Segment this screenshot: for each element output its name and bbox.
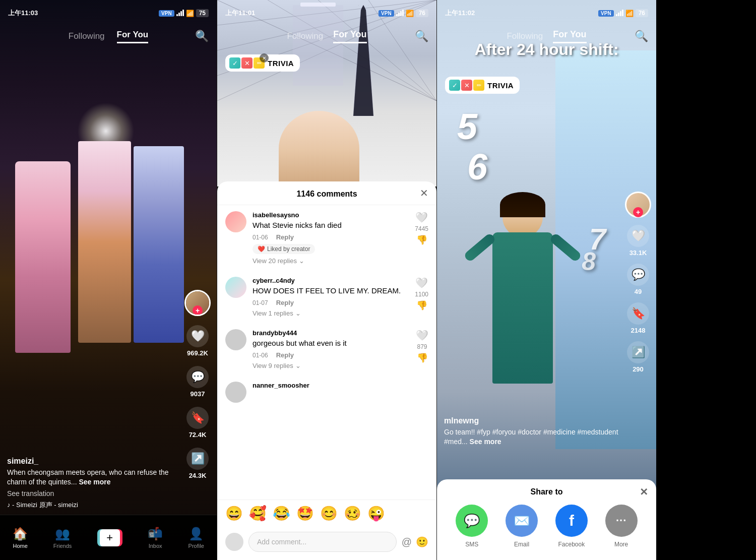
- nav-following-mid[interactable]: Following: [287, 31, 323, 41]
- x-icon-right: ✕: [461, 80, 472, 91]
- music-info-left: ♪ - Simeizi 原声 - simeizi: [7, 501, 181, 510]
- comment-input[interactable]: Add comment...: [248, 532, 397, 552]
- avatar-action[interactable]: +: [184, 290, 211, 316]
- comment-action-right[interactable]: 💬 49: [627, 264, 649, 295]
- figure-2: [78, 141, 131, 343]
- tab-profile[interactable]: 👤 Profile: [188, 527, 204, 549]
- pencil-icon-right: ✏: [473, 80, 484, 91]
- like-heart-3[interactable]: 🤍: [416, 329, 428, 341]
- time-right: 上午11:02: [445, 9, 475, 18]
- nav-foryou-mid[interactable]: For You: [333, 29, 366, 43]
- comment-username-3[interactable]: brandybby444: [253, 329, 406, 337]
- share-facebook[interactable]: f Facebook: [555, 505, 588, 548]
- bookmark-action-left[interactable]: 🔖 72.4K: [186, 407, 209, 439]
- close-trivia-mid[interactable]: ✕: [260, 53, 269, 63]
- emoji-4[interactable]: 🤩: [296, 505, 314, 522]
- reply-btn-1[interactable]: Reply: [276, 233, 294, 241]
- tab-friends[interactable]: 👥 Friends: [53, 527, 72, 549]
- bookmark-action-right[interactable]: 🔖 2148: [627, 302, 649, 334]
- follow-plus-left[interactable]: +: [193, 305, 203, 316]
- chevron-down-icon-2: ⌄: [295, 309, 301, 317]
- view-replies-3[interactable]: View 9 replies ⌄: [253, 362, 406, 369]
- thumb-down-2[interactable]: 👎: [416, 300, 427, 311]
- share-icons-row: 💬 SMS ✉️ Email f Facebook: [437, 505, 656, 548]
- emoji-6[interactable]: 🥴: [344, 505, 361, 522]
- thumb-down-1[interactable]: 👎: [416, 234, 427, 245]
- status-bar-mid: 上午11:01 VPN 📶 76: [217, 0, 436, 22]
- see-more-right[interactable]: See more: [470, 438, 501, 446]
- share-action-right[interactable]: ↗️ 290: [627, 341, 649, 373]
- share-sms[interactable]: 💬 SMS: [456, 505, 488, 548]
- emoji-7[interactable]: 😜: [367, 505, 385, 522]
- tab-add[interactable]: +: [97, 529, 122, 546]
- share-title: Share to: [530, 487, 562, 496]
- reply-btn-2[interactable]: Reply: [276, 299, 294, 306]
- profile-label: Profile: [188, 543, 204, 549]
- comment-icon-right: 💬: [627, 264, 649, 286]
- nav-following-left[interactable]: Following: [69, 31, 105, 41]
- tab-home[interactable]: 🏠 Home: [13, 527, 28, 549]
- close-comments-btn[interactable]: ✕: [420, 187, 428, 199]
- chevron-down-icon-3: ⌄: [295, 362, 301, 369]
- nav-foryou-left[interactable]: For You: [117, 30, 149, 43]
- more-symbol: ···: [616, 514, 626, 527]
- comment-input-row: Add comment... @ 🙂: [217, 527, 436, 560]
- emoji-picker-icon[interactable]: 🙂: [416, 536, 428, 548]
- creator-avatar-right: +: [625, 192, 651, 218]
- sms-symbol: 💬: [464, 513, 480, 529]
- nav-foryou-right[interactable]: For You: [553, 29, 586, 43]
- comment-avatar-3[interactable]: [225, 329, 246, 350]
- at-icon[interactable]: @: [402, 536, 412, 548]
- emoji-2[interactable]: 🥰: [249, 505, 267, 522]
- comment-action-left[interactable]: 💬 9037: [186, 366, 209, 398]
- comment-username-2[interactable]: cyberr..c4ndy: [253, 277, 405, 284]
- comment-meta-2: 01-07 Reply: [253, 299, 405, 306]
- add-button[interactable]: +: [97, 529, 122, 546]
- view-replies-2[interactable]: View 1 replies ⌄: [253, 309, 405, 317]
- see-more-left[interactable]: See more: [79, 478, 110, 486]
- like-heart-1[interactable]: 🤍: [415, 211, 428, 223]
- comment-username-1[interactable]: isabellesaysno: [253, 211, 405, 219]
- tab-inbox[interactable]: 📬 Inbox: [148, 527, 163, 549]
- emoji-5[interactable]: 😊: [320, 505, 338, 522]
- comments-list[interactable]: isabellesaysno What Stevie nicks fan die…: [217, 205, 436, 500]
- emoji-1[interactable]: 😄: [225, 505, 243, 522]
- comment-count-right: 49: [635, 288, 642, 295]
- emoji-bar: 😄 🥰 😂 🤩 😊 🥴 😜: [217, 500, 436, 527]
- search-icon-right[interactable]: 🔍: [635, 30, 648, 43]
- comment-avatar-1[interactable]: [225, 211, 246, 232]
- sms-icon: 💬: [456, 505, 488, 537]
- time-left: 上午11:03: [8, 9, 38, 18]
- see-translation-left[interactable]: See translation: [7, 489, 181, 497]
- comment-avatar-4[interactable]: [225, 382, 246, 403]
- person-face-mid: [279, 111, 359, 186]
- liked-by-creator-text: Liked by creator: [267, 245, 310, 253]
- search-icon-mid[interactable]: 🔍: [415, 30, 428, 43]
- share-action-left[interactable]: ↗️ 24.3K: [186, 448, 209, 479]
- view-replies-1[interactable]: View 20 replies ⌄: [253, 257, 405, 265]
- share-email[interactable]: ✉️ Email: [506, 505, 538, 548]
- thumb-down-3[interactable]: 👎: [417, 352, 428, 363]
- follow-plus-right[interactable]: +: [633, 207, 643, 217]
- heart-creator-icon: ❤️: [258, 245, 265, 253]
- email-label: Email: [514, 541, 529, 548]
- emoji-3[interactable]: 😂: [273, 505, 290, 522]
- nav-following-right[interactable]: Following: [507, 31, 543, 41]
- like-action-right[interactable]: 🤍 33.1K: [627, 225, 649, 257]
- username-left[interactable]: simeizi_: [7, 457, 181, 466]
- username-right[interactable]: mlnewng: [444, 416, 626, 425]
- email-symbol: ✉️: [514, 513, 530, 529]
- like-heart-2[interactable]: 🤍: [415, 277, 428, 289]
- comment-body-3: brandybby444 gorgeous but what even is i…: [253, 329, 406, 371]
- description-right: Go team!! #fyp #foryou #doctor #medicine…: [444, 427, 626, 447]
- reply-btn-3[interactable]: Reply: [276, 351, 294, 359]
- like-action-left[interactable]: 🤍 969.2K: [186, 325, 209, 357]
- avatar-action-right[interactable]: +: [625, 192, 651, 218]
- search-icon-left[interactable]: 🔍: [195, 30, 209, 43]
- comment-username-4[interactable]: nanner_smoosher: [253, 382, 428, 389]
- close-share-btn[interactable]: ✕: [640, 486, 648, 498]
- comment-date-2: 01-07: [253, 299, 268, 306]
- share-more[interactable]: ··· More: [605, 505, 638, 548]
- comment-avatar-2[interactable]: [225, 277, 246, 298]
- comment-actions-2: 🤍 1100 👎: [415, 277, 428, 319]
